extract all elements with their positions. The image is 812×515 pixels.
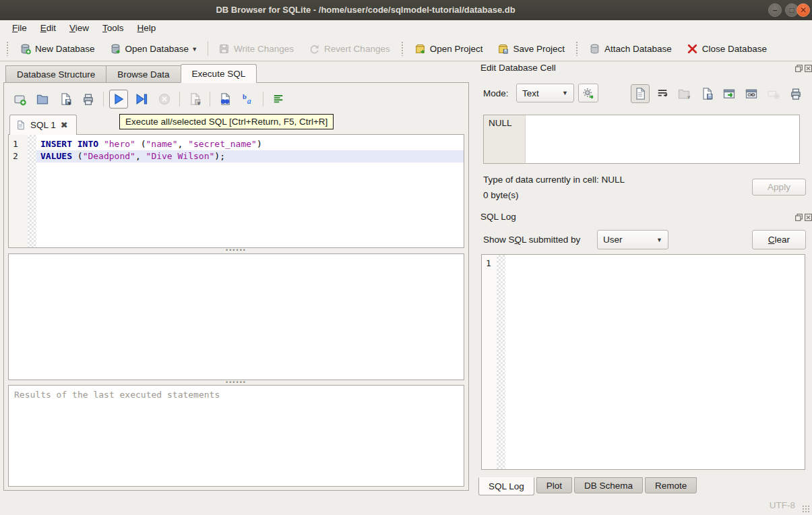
print-sql-button[interactable]	[79, 90, 98, 109]
sql-log-view[interactable]: 1	[481, 254, 805, 470]
stop-execution-button[interactable]	[155, 90, 174, 109]
menubar: FileEditViewToolsHelp	[0, 20, 812, 36]
toolbar-separator	[103, 92, 104, 107]
clear-log-button[interactable]: Clear	[752, 230, 806, 249]
write-changes-icon	[218, 43, 230, 55]
print-sql-icon	[82, 92, 95, 106]
cell-null-label: NULL	[484, 115, 526, 163]
set-null-button[interactable]	[764, 84, 783, 103]
auto-apply-button[interactable]	[578, 84, 598, 102]
toggle-comment-button[interactable]	[269, 90, 288, 109]
dock-tab-sql-log[interactable]: SQL Log	[478, 477, 534, 495]
tab-database-structure[interactable]: Database Structure	[5, 65, 106, 83]
encoding-status: UTF-8	[741, 500, 795, 510]
menu-view[interactable]: View	[63, 20, 96, 36]
code-area[interactable]: INSERT INTO "hero" ("name", "secret_name…	[36, 135, 464, 247]
import-cell-data-button[interactable]: ▼	[675, 84, 694, 103]
menu-edit[interactable]: Edit	[34, 20, 63, 36]
word-wrap-icon	[656, 87, 669, 100]
open-project-button[interactable]: Open Project	[414, 43, 483, 55]
new-sql-tab-button[interactable]	[10, 90, 29, 109]
log-filter-select[interactable]: User ▼	[597, 230, 668, 249]
log-filter-label: Show SQL submitted by	[483, 235, 580, 245]
log-fold-margin	[497, 255, 505, 469]
word-wrap-button[interactable]	[653, 84, 672, 103]
execute-all-icon	[112, 92, 125, 106]
format-sql-icon: ba	[241, 92, 255, 106]
revert-changes-button[interactable]: Revert Changes	[309, 43, 390, 55]
save-results-button[interactable]: ▼	[185, 90, 204, 109]
main-toolbar: New DatabaseOpen Database▼Write ChangesR…	[0, 36, 812, 61]
export-cell-data-button[interactable]	[697, 84, 716, 103]
dock-tab-db-schema[interactable]: DB Schema	[574, 477, 643, 493]
dock-close-icon[interactable]	[804, 64, 812, 73]
line-number: 2	[9, 150, 28, 162]
dock-tab-plot[interactable]: Plot	[536, 477, 572, 493]
mode-value: Text	[522, 88, 539, 98]
toolbar-handle[interactable]	[401, 41, 404, 56]
dock-float-icon[interactable]	[794, 213, 803, 222]
new-database-button[interactable]: New Database	[20, 43, 95, 55]
sql-document-tab[interactable]: SQL 1 ✖	[9, 115, 77, 135]
execute-current-line-button[interactable]	[132, 90, 151, 109]
toolbar-handle[interactable]	[6, 41, 9, 56]
menu-tools[interactable]: Tools	[96, 20, 131, 36]
copy-cell-link-button[interactable]	[742, 84, 761, 103]
mode-select[interactable]: Text ▼	[516, 84, 574, 102]
new-sql-tab-icon	[13, 92, 26, 106]
open-sql-file-button[interactable]	[33, 90, 52, 109]
toggle-comment-icon	[272, 92, 285, 106]
code-line[interactable]: INSERT INTO "hero" ("name", "secret_name…	[36, 138, 464, 150]
sql-code-editor[interactable]: 12 INSERT INTO "hero" ("name", "secret_n…	[8, 134, 464, 248]
dock-tab-remote[interactable]: Remote	[645, 477, 697, 493]
execute-all-button[interactable]	[109, 90, 128, 109]
format-sql-button[interactable]: ba	[239, 90, 257, 109]
log-line-number: 1	[482, 255, 497, 469]
close-database-button[interactable]: Close Database	[687, 43, 767, 55]
sql-tab-label: SQL 1	[30, 120, 56, 130]
open-project-icon	[414, 43, 426, 55]
attach-database-button[interactable]: Attach Database	[589, 43, 672, 55]
open-external-icon	[722, 87, 736, 100]
minimize-icon[interactable]: –	[768, 3, 782, 17]
tab-execute-sql[interactable]: Execute SQL	[181, 64, 257, 83]
gear-icon	[582, 86, 595, 100]
dock-tabbar: SQL LogPlotDB SchemaRemote	[478, 477, 697, 495]
text-mode-button[interactable]	[631, 84, 650, 103]
open-external-button[interactable]	[720, 84, 739, 103]
resize-grip-icon[interactable]	[802, 505, 810, 513]
find-replace-button[interactable]	[216, 90, 235, 109]
apply-button[interactable]: Apply	[752, 179, 806, 195]
save-project-button[interactable]: Save Project	[497, 43, 565, 55]
dropdown-arrow-icon[interactable]: ▼	[191, 46, 197, 55]
cell-editor-toolbar: ▼	[629, 84, 807, 104]
toolbar-handle[interactable]	[575, 41, 578, 56]
tab-close-icon[interactable]: ✖	[61, 121, 68, 129]
dock-float-icon[interactable]	[794, 64, 803, 73]
toolbar-separator	[210, 92, 210, 107]
cell-edit-area[interactable]	[526, 115, 799, 163]
toolbar-separator	[179, 92, 180, 107]
tab-browse-data[interactable]: Browse Data	[106, 65, 181, 83]
dropdown-arrow-icon[interactable]: ▼	[67, 100, 72, 108]
menu-file[interactable]: File	[5, 20, 34, 36]
print-cell-icon	[789, 87, 803, 100]
cell-size-info: 0 byte(s)	[483, 190, 519, 200]
splitter-handle[interactable]: ••••••	[8, 249, 464, 253]
print-cell-button[interactable]	[786, 84, 805, 103]
menu-help[interactable]: Help	[131, 20, 163, 36]
cell-value-editor[interactable]: NULL	[483, 115, 800, 164]
dock-close-icon[interactable]	[804, 213, 812, 222]
write-changes-button[interactable]: Write Changes	[218, 43, 294, 55]
line-number: 1	[9, 138, 28, 150]
cell-type-info: Type of data currently in cell: NULL	[483, 175, 625, 185]
titlebar[interactable]: DB Browser for SQLite - /home/user/code/…	[0, 0, 812, 21]
code-line[interactable]: VALUES ("Deadpond", "Dive Wilson");	[36, 150, 464, 162]
open-database-button[interactable]: Open Database▼	[110, 43, 198, 55]
log-content	[505, 255, 805, 469]
save-sql-file-button[interactable]: ▼	[56, 90, 75, 109]
close-icon[interactable]: ✕	[797, 3, 810, 17]
set-null-icon	[767, 87, 780, 100]
db-browser-window: DB Browser for SQLite - /home/user/code/…	[0, 0, 812, 515]
new-database-icon	[20, 43, 31, 55]
